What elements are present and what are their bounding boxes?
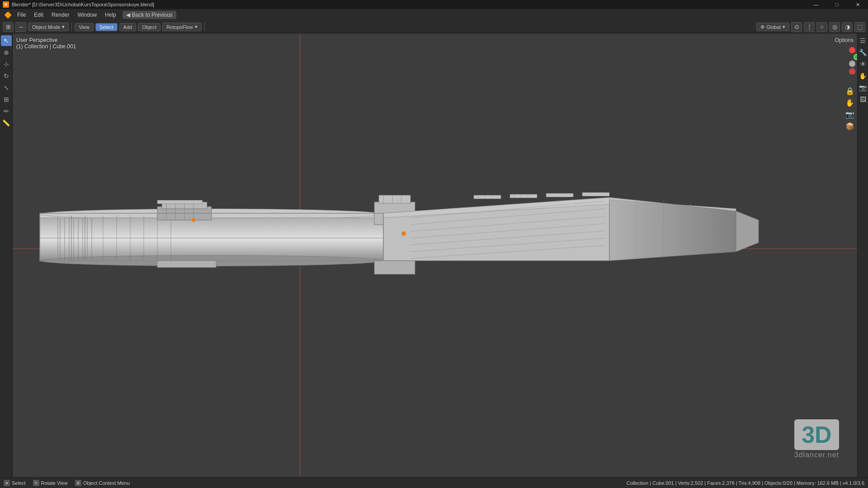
perspective-label: User Perspective — [16, 37, 76, 43]
vp-camera-icon[interactable]: 📷 — [845, 109, 855, 119]
rotate-icon: ↻ — [33, 480, 39, 486]
toolbar: ⊞ ↔ Object Mode ▾ View Select Add Object… — [0, 21, 868, 33]
svg-rect-26 — [374, 261, 415, 274]
close-button[interactable]: ✕ — [847, 0, 868, 9]
blender-menu-icon[interactable]: 🔶 — [3, 10, 13, 20]
minimize-button[interactable]: — — [806, 0, 826, 9]
watermark-url-text: 3dlancer.net — [794, 451, 839, 459]
svg-marker-29 — [609, 197, 736, 261]
object-mode-selector[interactable]: Object Mode ▾ — [28, 23, 69, 31]
title-bar-left: B Blender* [D:\Server3D\Uchoba\KursTopor… — [0, 1, 154, 8]
viewport-info: User Perspective (1) Collection | Cube.0… — [16, 37, 76, 50]
vp-box-icon[interactable]: 📦 — [845, 121, 855, 131]
status-rotate: ↻ Rotate View — [33, 480, 68, 486]
window-controls: — □ ✕ — [806, 0, 868, 9]
watermark-3d-box: 3D — [794, 419, 839, 450]
status-bar: ● Select ↻ Rotate View ⊕ Object Context … — [0, 477, 868, 488]
tool-rotate[interactable]: ↻ — [1, 70, 12, 81]
svg-marker-35 — [736, 211, 759, 252]
watermark: 3D 3dlancer.net — [794, 419, 839, 459]
svg-rect-37 — [510, 194, 537, 198]
sidebar-view-icon[interactable]: 👁 — [858, 59, 868, 69]
menu-file[interactable]: File — [14, 11, 29, 19]
axis-dot-bottom[interactable] — [849, 68, 855, 75]
object-menu[interactable]: Object — [138, 23, 160, 31]
transform-pivot-icon[interactable]: ⊙ — [791, 22, 802, 32]
collection-label: (1) Collection | Cube.001 — [16, 43, 76, 50]
status-context: ⊕ Object Context Menu — [75, 480, 130, 486]
model-3d-view — [13, 33, 857, 477]
status-stats: Collection | Cube.001 | Verts:2,502 | Fa… — [627, 480, 864, 486]
tool-transform[interactable]: ⊞ — [1, 94, 12, 105]
status-rotate-label: Rotate View — [41, 480, 68, 486]
viewport-shading-icon[interactable]: ◑ — [842, 22, 853, 32]
overlay-icon[interactable]: ◎ — [829, 22, 840, 32]
tool-cursor[interactable]: ⊕ — [1, 47, 12, 58]
proportional-edit-icon[interactable]: ○ — [816, 22, 827, 32]
svg-point-53 — [401, 231, 406, 236]
menu-help[interactable]: Help — [101, 11, 120, 19]
watermark-3d-text: 3D — [802, 423, 831, 446]
transform-icon: ⊕ — [760, 24, 764, 30]
svg-rect-22 — [379, 195, 410, 203]
window-title: Blender* [D:\Server3D\Uchoba\KursTopora\… — [12, 2, 154, 7]
svg-rect-38 — [546, 193, 573, 197]
axis-gizmo[interactable] — [849, 47, 855, 75]
menu-bar: 🔶 File Edit Render Window Help ◀ Back to… — [0, 9, 868, 21]
snapping-icon[interactable]: ⋮ — [804, 22, 815, 32]
view-menu[interactable]: View — [75, 23, 94, 31]
svg-rect-65 — [157, 261, 216, 267]
tool-select[interactable]: ↖ — [1, 35, 12, 46]
toolbar-move-icon[interactable]: ↔ — [15, 22, 26, 32]
sidebar-camera-icon[interactable]: 📷 — [858, 83, 868, 93]
sidebar-grab-icon[interactable]: ✋ — [858, 71, 868, 81]
sidebar-scene-icon[interactable]: ☰ — [858, 36, 868, 46]
status-context-label: Object Context Menu — [83, 480, 130, 486]
retopoflow-menu[interactable]: RetopoFlow ▾ — [162, 23, 202, 31]
tool-scale[interactable]: ⤡ — [1, 82, 12, 93]
toolbar-layout-icon[interactable]: ⊞ — [3, 22, 14, 32]
axis-x-dot[interactable] — [849, 47, 855, 53]
left-tools-panel: ↖ ⊕ ⊹ ↻ ⤡ ⊞ ✏ 📏 — [0, 33, 13, 477]
context-icon: ⊕ — [75, 480, 81, 486]
vp-hand-icon[interactable]: ✋ — [845, 98, 855, 108]
viewport-3d[interactable]: User Perspective (1) Collection | Cube.0… — [13, 33, 857, 477]
separator-2 — [204, 23, 205, 32]
tool-annotate[interactable]: ✏ — [1, 106, 12, 117]
viewport-right-icons: 🔒 ✋ 📷 📦 — [844, 85, 855, 131]
menu-edit[interactable]: Edit — [30, 11, 47, 19]
back-to-previous-button[interactable]: ◀ Back to Previous — [123, 11, 176, 19]
sidebar-render-icon[interactable]: 🖼 — [858, 94, 868, 104]
axis-y-dot[interactable] — [854, 54, 857, 60]
transform-global-selector[interactable]: ⊕ Global ▾ — [756, 23, 789, 31]
axis-z-dot[interactable] — [849, 61, 855, 67]
x-ray-icon[interactable]: ⬚ — [854, 22, 865, 32]
options-label[interactable]: Options — [835, 37, 854, 43]
status-select-label: Select — [12, 480, 26, 486]
status-select: ● Select — [4, 480, 26, 486]
tool-move[interactable]: ⊹ — [1, 59, 12, 70]
svg-rect-36 — [474, 195, 501, 199]
sidebar-tool-icon[interactable]: 🔧 — [858, 47, 868, 57]
add-menu[interactable]: Add — [119, 23, 137, 31]
menu-window[interactable]: Window — [74, 11, 100, 19]
right-sidebar-panel: ☰ 🔧 👁 ✋ 📷 🖼 — [857, 33, 868, 477]
status-right-info: Collection | Cube.001 | Verts:2,502 | Fa… — [627, 480, 864, 486]
tool-measure[interactable]: 📏 — [1, 117, 12, 128]
title-bar: B Blender* [D:\Server3D\Uchoba\KursTopor… — [0, 0, 868, 9]
maximize-button[interactable]: □ — [826, 0, 847, 9]
select-icon: ● — [4, 480, 10, 486]
svg-rect-20 — [157, 200, 203, 204]
separator-1 — [71, 23, 72, 32]
menu-render[interactable]: Render — [48, 11, 73, 19]
back-arrow-icon: ◀ — [126, 12, 130, 18]
vp-lock-icon[interactable]: 🔒 — [845, 86, 855, 96]
svg-rect-3 — [40, 218, 383, 261]
svg-point-19 — [192, 218, 195, 222]
blender-icon: B — [3, 1, 9, 8]
svg-rect-39 — [582, 192, 609, 196]
select-menu[interactable]: Select — [95, 23, 118, 31]
